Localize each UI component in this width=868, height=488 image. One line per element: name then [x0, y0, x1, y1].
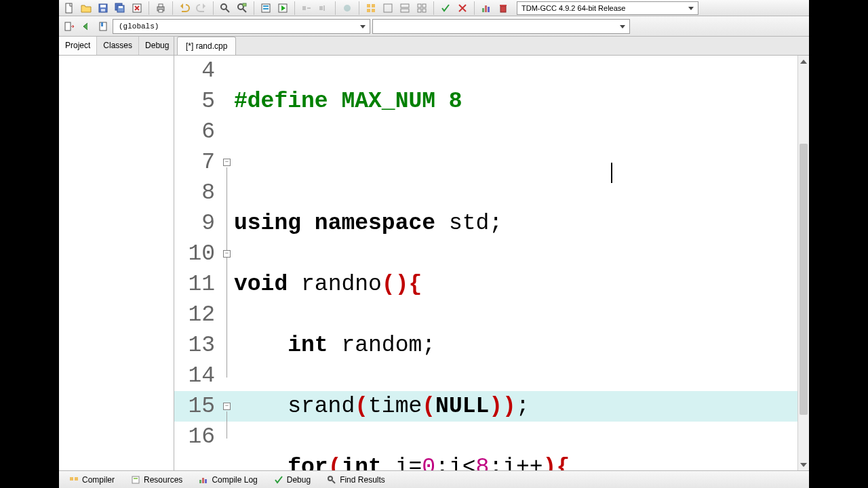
bottom-tab-compiler[interactable]: Compiler [62, 472, 122, 487]
mouse-ibeam-cursor [611, 163, 612, 183]
scope-dropdown[interactable]: (globals) [113, 19, 370, 34]
svg-rect-34 [488, 7, 490, 12]
bottom-tab-resources[interactable]: Resources [123, 472, 190, 487]
grid4-icon[interactable] [414, 1, 429, 15]
fold-line [226, 411, 227, 439]
ln: 15 [174, 391, 215, 422]
cancel-icon[interactable] [455, 1, 470, 15]
side-tab-classes[interactable]: Classes [97, 37, 139, 55]
ln: 10 [174, 239, 215, 269]
t: { [408, 272, 422, 297]
t: std; [435, 211, 502, 236]
svg-rect-19 [319, 6, 323, 10]
scroll-up-arrow[interactable] [798, 56, 809, 67]
svg-rect-46 [205, 479, 207, 483]
bottom-tab-debug[interactable]: Debug [267, 472, 318, 487]
svg-rect-44 [199, 480, 201, 483]
svg-rect-23 [367, 9, 370, 12]
svg-rect-43 [134, 478, 138, 479]
svg-rect-29 [422, 4, 426, 7]
svg-rect-25 [384, 4, 392, 12]
debug-into-icon [316, 1, 331, 15]
ln: 12 [174, 300, 215, 330]
svg-rect-36 [500, 5, 507, 6]
grid2-icon[interactable] [380, 1, 395, 15]
bookmark-icon[interactable] [96, 20, 111, 33]
svg-rect-30 [418, 9, 421, 12]
svg-rect-22 [372, 4, 375, 7]
run-icon[interactable] [275, 1, 290, 15]
vertical-scrollbar[interactable] [797, 56, 809, 470]
t: randno [288, 272, 382, 297]
t: ; [516, 394, 530, 419]
compile-icon[interactable] [258, 1, 273, 15]
undo-icon[interactable] [177, 1, 192, 15]
fold-toggle[interactable]: − [223, 250, 231, 258]
chart-icon[interactable] [479, 1, 494, 15]
redo-icon [194, 1, 209, 15]
bottom-tab-compilelog[interactable]: Compile Log [191, 472, 264, 487]
ln: 5 [174, 86, 215, 117]
grid3-icon[interactable] [397, 1, 412, 15]
back-icon[interactable] [79, 20, 94, 33]
compiler-dropdown[interactable]: TDM-GCC 4.9.2 64-bit Release [517, 1, 698, 15]
member-dropdown[interactable] [372, 19, 630, 34]
code-body[interactable]: #define MAX_NUM 8 using namespace std; v… [234, 56, 809, 470]
file-tab-rand[interactable]: [*] rand.cpp [177, 37, 236, 55]
open-file-icon[interactable] [79, 1, 94, 15]
save-icon[interactable] [96, 1, 111, 15]
t: for [288, 455, 328, 470]
print-icon[interactable] [153, 1, 168, 15]
side-panel: Project Classes Debug [59, 37, 174, 470]
save-all-icon[interactable] [113, 1, 127, 15]
fold-column: − − − [222, 56, 234, 470]
t: { [556, 455, 570, 470]
editor-wrap: [*] rand.cpp 4 5 6 7 8 9 10 11 12 13 14 [174, 37, 809, 470]
grid1-icon[interactable] [363, 1, 378, 15]
t: ;i++ [489, 455, 542, 470]
t [234, 147, 809, 178]
svg-rect-41 [75, 477, 78, 481]
ln: 7 [174, 147, 215, 178]
find-icon[interactable] [218, 1, 233, 15]
t: NULL [435, 394, 489, 419]
t: random; [328, 333, 435, 358]
goto-icon[interactable] [62, 20, 77, 33]
t: MAX_NUM 8 [328, 89, 462, 114]
t: 0 [422, 455, 435, 470]
trash-icon[interactable] [496, 1, 511, 15]
t: Compile Log [212, 475, 257, 485]
svg-rect-28 [418, 4, 421, 7]
bottom-tab-findresults[interactable]: Find Results [319, 472, 393, 487]
replace-icon[interactable] [235, 1, 250, 15]
fold-toggle[interactable]: − [223, 159, 231, 166]
scroll-down-arrow[interactable] [798, 459, 809, 470]
ln: 6 [174, 117, 215, 147]
close-file-icon[interactable] [130, 1, 144, 15]
svg-rect-21 [367, 4, 370, 7]
ide-window: TDM-GCC 4.9.2 64-bit Release (globals) P… [59, 0, 809, 488]
svg-rect-13 [243, 3, 246, 6]
svg-rect-16 [263, 8, 269, 9]
debug-ball-icon [340, 1, 355, 15]
svg-rect-0 [66, 3, 72, 13]
scroll-thumb[interactable] [800, 144, 808, 415]
compiler-dd-text: TDM-GCC 4.9.2 64-bit Release [521, 4, 625, 12]
t: 8 [476, 455, 490, 470]
main-area: Project Classes Debug [*] rand.cpp 4 5 6… [59, 37, 809, 470]
fold-line [226, 167, 227, 378]
code-editor[interactable]: 4 5 6 7 8 9 10 11 12 13 14 15 16 − [174, 56, 809, 470]
svg-point-11 [221, 4, 226, 9]
side-tab-project[interactable]: Project [59, 37, 97, 55]
svg-rect-10 [159, 9, 163, 12]
svg-rect-33 [485, 5, 487, 12]
fold-toggle[interactable]: − [223, 403, 231, 410]
check-icon[interactable] [438, 1, 453, 15]
debug-step-icon [299, 1, 314, 15]
t: time [368, 394, 422, 419]
svg-rect-32 [482, 8, 484, 12]
side-tab-debug[interactable]: Debug [139, 37, 176, 55]
t: ( [355, 394, 368, 419]
new-file-icon[interactable] [62, 1, 77, 15]
gutter: 4 5 6 7 8 9 10 11 12 13 14 15 16 [174, 56, 222, 470]
